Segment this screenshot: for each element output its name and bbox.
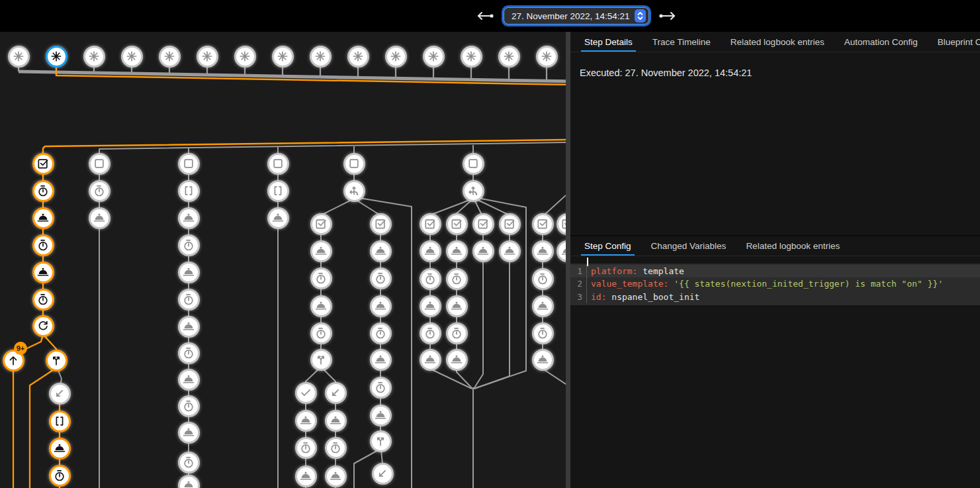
service-node[interactable]	[446, 295, 468, 317]
dl-node[interactable]	[325, 382, 347, 404]
timer-node[interactable]	[178, 395, 200, 417]
choose-node[interactable]	[343, 180, 365, 202]
cond-node[interactable]	[178, 153, 200, 175]
trigger-node[interactable]	[83, 46, 105, 68]
cond-node[interactable]	[267, 153, 289, 175]
trigger-node[interactable]	[423, 46, 445, 68]
timer-node[interactable]	[370, 322, 392, 344]
service-node[interactable]	[178, 422, 200, 444]
tab-trace-timeline[interactable]: Trace Timeline	[643, 32, 721, 52]
timer-node[interactable]	[89, 180, 111, 202]
cond-node[interactable]	[343, 153, 365, 175]
service-node[interactable]	[472, 240, 494, 262]
service-node[interactable]	[532, 349, 554, 371]
service-node[interactable]	[325, 465, 347, 487]
tab-changed-variables[interactable]: Changed Variables	[641, 236, 736, 256]
service-node[interactable]	[32, 262, 54, 283]
brackets-node[interactable]	[267, 180, 289, 202]
condon-node[interactable]	[446, 213, 468, 235]
brackets-node[interactable]	[49, 411, 71, 432]
tab-step-config[interactable]: Step Config	[574, 236, 641, 256]
check-node[interactable]	[295, 382, 317, 404]
split-node[interactable]	[370, 430, 392, 452]
service-node[interactable]	[499, 240, 521, 262]
service-node[interactable]	[178, 369, 200, 391]
timer-node[interactable]	[178, 289, 200, 311]
service-node[interactable]	[532, 295, 554, 317]
trigger-node[interactable]	[347, 46, 369, 68]
service-node[interactable]	[295, 410, 317, 432]
trigger-node[interactable]	[310, 46, 332, 68]
trigger-node[interactable]	[536, 46, 558, 68]
dl-node[interactable]	[49, 383, 71, 405]
trigger-node[interactable]	[461, 46, 482, 68]
timer-node[interactable]	[446, 322, 468, 344]
yaml-code-editor[interactable]: 1platform: template2value_template: '{{ …	[570, 264, 980, 305]
next-run-button[interactable]	[658, 7, 678, 24]
choose-node[interactable]	[463, 180, 484, 202]
service-node[interactable]	[49, 438, 71, 460]
cond-node[interactable]	[89, 153, 111, 175]
service-node[interactable]	[178, 262, 200, 283]
timer-node[interactable]	[370, 377, 392, 399]
timer-node[interactable]	[310, 268, 332, 289]
timer-node[interactable]	[532, 322, 554, 344]
condon-node[interactable]	[472, 213, 494, 235]
service-node[interactable]	[420, 349, 441, 371]
service-node[interactable]	[310, 295, 332, 317]
condon-node[interactable]	[532, 213, 554, 235]
service-node[interactable]	[420, 240, 441, 262]
condon-node[interactable]	[32, 153, 54, 175]
timer-node[interactable]	[532, 268, 554, 290]
timer-node[interactable]	[178, 234, 200, 256]
dl-node[interactable]	[372, 463, 394, 485]
split-node[interactable]	[46, 350, 67, 371]
trigger-node[interactable]	[197, 46, 218, 68]
trigger-node[interactable]	[121, 46, 143, 68]
trigger-node[interactable]	[498, 46, 520, 68]
service-node[interactable]	[370, 240, 392, 262]
split-node[interactable]	[310, 349, 332, 371]
service-node[interactable]	[89, 207, 111, 229]
tab-related-logbook-entries[interactable]: Related logbook entries	[736, 236, 850, 256]
service-node[interactable]	[370, 295, 392, 317]
timer-node[interactable]	[32, 180, 54, 202]
timer-node[interactable]	[49, 465, 71, 487]
timer-node[interactable]	[420, 322, 441, 344]
service-node[interactable]	[178, 207, 200, 229]
tab-related-logbook-entries[interactable]: Related logbook entries	[721, 32, 834, 52]
service-node[interactable]	[32, 207, 54, 229]
timer-node[interactable]	[310, 322, 332, 344]
service-node[interactable]	[310, 240, 332, 262]
service-node[interactable]	[532, 240, 554, 262]
trigger-node[interactable]	[234, 46, 256, 68]
timer-node[interactable]	[446, 268, 468, 290]
timer-node[interactable]	[325, 437, 347, 459]
timer-node[interactable]	[420, 268, 441, 290]
cond-node[interactable]	[463, 153, 484, 175]
graph-scrollbar[interactable]	[566, 32, 570, 488]
service-node[interactable]	[446, 349, 468, 371]
trigger-node[interactable]	[272, 46, 294, 68]
trace-graph[interactable]: 9+	[0, 32, 566, 488]
condon-node[interactable]	[310, 213, 332, 235]
repeat-node[interactable]	[32, 315, 54, 337]
trigger-node[interactable]	[46, 46, 67, 68]
run-select[interactable]: 27. November 2022, 14:54:21	[504, 7, 649, 24]
condon-node[interactable]	[420, 213, 441, 235]
trigger-node[interactable]	[159, 46, 181, 68]
service-node[interactable]	[420, 295, 441, 317]
service-node[interactable]	[295, 465, 317, 487]
condon-node[interactable]	[499, 213, 521, 235]
service-node[interactable]	[267, 207, 289, 229]
trigger-node[interactable]	[8, 46, 30, 68]
timer-node[interactable]	[32, 234, 54, 256]
brackets-node[interactable]	[178, 180, 200, 202]
timer-node[interactable]	[370, 268, 392, 289]
service-node[interactable]	[370, 405, 392, 426]
tab-automation-config[interactable]: Automation Config	[834, 32, 928, 52]
service-node[interactable]	[370, 349, 392, 371]
service-node[interactable]	[178, 316, 200, 338]
timer-node[interactable]	[178, 452, 200, 473]
tab-step-details[interactable]: Step Details	[574, 32, 643, 52]
